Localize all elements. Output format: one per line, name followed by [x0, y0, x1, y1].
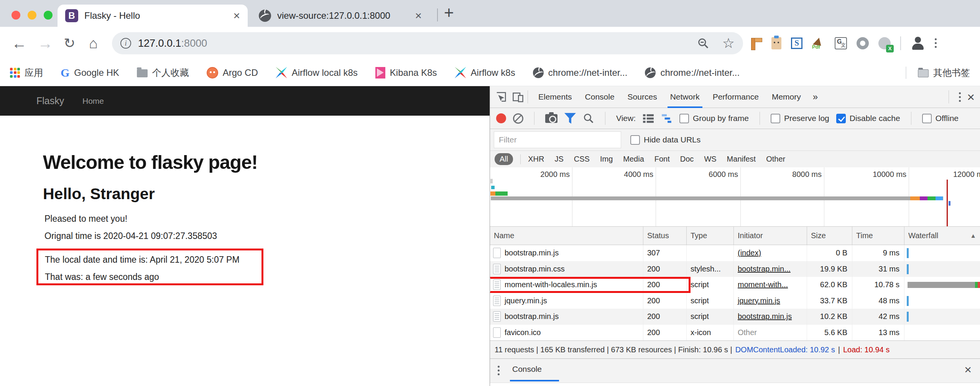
clear-icon[interactable] — [513, 113, 523, 124]
request-row-bootstrap-307[interactable]: bootstrap.min.js 307 (index) 0 B 9 ms — [490, 245, 980, 261]
filter-chip-ws[interactable]: WS — [704, 155, 716, 164]
network-overview-timeline[interactable]: 2000 ms 4000 ms 6000 ms 8000 ms 10000 ms… — [490, 167, 980, 227]
tab-performance[interactable]: Performance — [706, 86, 765, 108]
column-header-initiator[interactable]: Initiator — [733, 227, 807, 245]
column-header-status[interactable]: Status — [643, 227, 686, 245]
offline-checkbox[interactable]: Offline — [922, 114, 959, 123]
checkbox-icon[interactable] — [771, 114, 780, 123]
bookmark-google-hk[interactable]: G Google HK — [61, 66, 119, 79]
devtools-close-icon[interactable]: × — [967, 90, 975, 103]
device-toolbar-icon[interactable] — [512, 91, 524, 103]
tab-sources[interactable]: Sources — [621, 86, 664, 108]
column-header-type[interactable]: Type — [686, 227, 733, 245]
bookmark-apps[interactable]: 应用 — [10, 67, 43, 79]
capture-screenshots-icon[interactable] — [545, 114, 557, 123]
navbar-brand[interactable]: Flasky — [36, 95, 64, 106]
bookmark-net-internals-2[interactable]: chrome://net-inter... — [645, 67, 740, 78]
tab-flasky[interactable]: B Flasky - Hello × — [58, 5, 248, 27]
bookmark-favorites-folder[interactable]: 个人收藏 — [137, 67, 189, 79]
request-row-jquery[interactable]: jquery.min.js 200 script jquery.min.js 3… — [490, 293, 980, 309]
other-bookmarks-folder[interactable]: 其他书签 — [906, 67, 970, 79]
filter-chip-img[interactable]: Img — [600, 155, 613, 164]
minimize-window-button[interactable] — [28, 11, 36, 20]
tab-close-icon[interactable]: × — [415, 10, 422, 21]
browser-menu-icon[interactable] — [935, 38, 937, 48]
timeline-tick: 2000 ms — [528, 170, 570, 179]
devtools-menu-icon[interactable] — [959, 92, 961, 102]
maximize-window-button[interactable] — [44, 11, 53, 20]
devtools-panel: Elements Console Sources Network Perform… — [490, 86, 980, 386]
page-title: Welcome to flasky page! — [43, 151, 258, 173]
filter-chip-other[interactable]: Other — [766, 155, 785, 164]
bookmark-airflow-k8s[interactable]: Airflow k8s — [455, 67, 515, 79]
tab-memory[interactable]: Memory — [765, 86, 807, 108]
column-header-size[interactable]: Size — [807, 227, 852, 245]
checkbox-icon[interactable] — [922, 114, 932, 123]
s-extension-icon[interactable]: S — [791, 38, 802, 49]
filter-chip-doc[interactable]: Doc — [680, 155, 694, 164]
list-view-icon[interactable] — [643, 113, 654, 123]
tab-view-source[interactable]: view-source:127.0.0.1:8000 × — [251, 5, 429, 27]
request-row-bootstrap-css[interactable]: bootstrap.min.css 200 stylesh... bootstr… — [490, 261, 980, 277]
ruler-extension-icon[interactable] — [750, 37, 762, 49]
column-header-name[interactable]: Name — [490, 227, 643, 245]
inspect-element-icon[interactable] — [495, 91, 507, 103]
disable-cache-checkbox[interactable]: Disable cache — [836, 114, 900, 123]
console-drawer-tab[interactable]: Console — [512, 365, 542, 374]
tab-network[interactable]: Network — [664, 86, 706, 108]
filter-chip-media[interactable]: Media — [623, 155, 644, 164]
site-info-icon[interactable]: i — [120, 38, 131, 49]
zoom-icon[interactable] — [697, 37, 709, 49]
tab-elements[interactable]: Elements — [532, 86, 579, 108]
waterfall-bar — [907, 264, 909, 274]
column-header-waterfall[interactable]: Waterfall ▲ — [904, 227, 980, 245]
tab-close-icon[interactable]: × — [233, 10, 240, 21]
address-bar[interactable]: i 127.0.0.1 :8000 ☆ — [112, 32, 743, 54]
translate-extension-icon[interactable] — [835, 37, 847, 49]
drawer-menu-icon[interactable] — [498, 366, 500, 375]
search-icon[interactable] — [583, 113, 594, 124]
bookmark-label: Google HK — [74, 67, 119, 78]
more-tabs-icon[interactable]: » — [807, 92, 823, 102]
filter-chip-font[interactable]: Font — [654, 155, 670, 164]
new-tab-button[interactable]: + — [444, 3, 454, 22]
checkbox-icon[interactable] — [679, 114, 689, 123]
bookmark-airflow-local[interactable]: Airflow local k8s — [276, 67, 358, 79]
column-header-time[interactable]: Time — [852, 227, 904, 245]
timeline-marker — [490, 179, 493, 183]
record-button[interactable] — [496, 113, 506, 123]
filter-chip-js[interactable]: JS — [554, 155, 563, 164]
bookmark-kibana[interactable]: Kibana K8s — [375, 67, 437, 79]
bookmark-star-icon[interactable]: ☆ — [722, 36, 735, 50]
bookmark-argo-cd[interactable]: Argo CD — [207, 67, 258, 79]
reload-button[interactable]: ↻ — [64, 33, 75, 54]
checkbox-icon[interactable] — [630, 135, 640, 145]
tab-console[interactable]: Console — [579, 86, 621, 108]
filter-chip-manifest[interactable]: Manifest — [727, 155, 756, 164]
preserve-log-checkbox[interactable]: Preserve log — [771, 114, 829, 123]
drawer-close-icon[interactable]: × — [964, 363, 972, 377]
group-by-frame-checkbox[interactable]: Group by frame — [679, 114, 749, 123]
filter-icon[interactable] — [564, 113, 576, 124]
request-row-moment-with-locales[interactable]: moment-with-locales.min.js 200 script mo… — [490, 277, 980, 293]
donut-extension-icon[interactable] — [857, 37, 869, 49]
box-extension-icon[interactable] — [771, 37, 781, 49]
checkbox-checked-icon[interactable] — [836, 114, 846, 123]
back-button[interactable]: ← — [12, 33, 27, 54]
bookmark-label: Airflow local k8s — [292, 67, 358, 78]
request-row-bootstrap-js[interactable]: bootstrap.min.js 200 script bootstrap.mi… — [490, 309, 980, 325]
home-button[interactable]: ⌂ — [89, 33, 98, 54]
waterfall-view-icon[interactable] — [661, 113, 673, 123]
request-row-favicon[interactable]: favicon.ico 200 x-icon Other 5.6 KB 13 m… — [490, 325, 980, 341]
filter-chip-xhr[interactable]: XHR — [528, 155, 544, 164]
close-window-button[interactable] — [12, 11, 20, 20]
pdf-wizard-extension-icon[interactable] — [812, 37, 825, 50]
navbar-home-link[interactable]: Home — [82, 96, 104, 106]
bookmark-net-internals-1[interactable]: chrome://net-inter... — [533, 67, 628, 78]
filter-chip-all[interactable]: All — [495, 153, 513, 165]
proxy-extension-icon[interactable] — [878, 37, 891, 49]
profile-avatar[interactable] — [911, 36, 925, 51]
hide-data-urls-checkbox[interactable]: Hide data URLs — [630, 135, 700, 145]
filter-input[interactable] — [494, 131, 621, 148]
filter-chip-css[interactable]: CSS — [574, 155, 590, 164]
